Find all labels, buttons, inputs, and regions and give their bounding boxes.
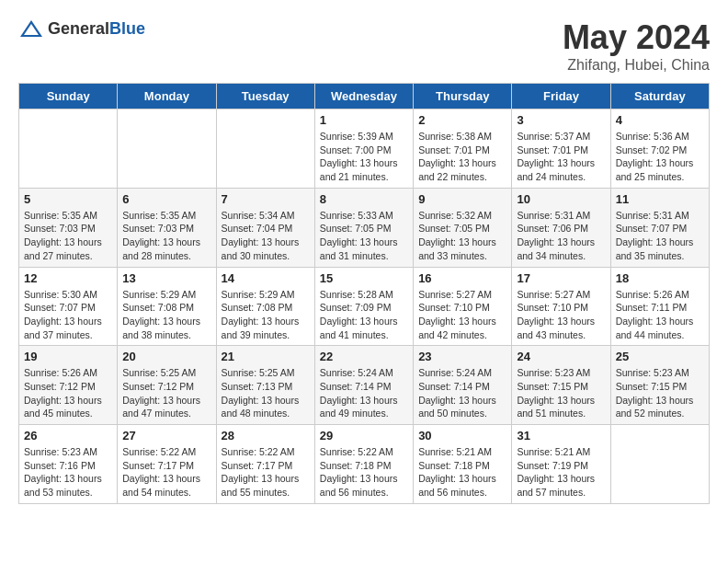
- calendar-cell: 8Sunrise: 5:33 AMSunset: 7:05 PMDaylight…: [314, 188, 413, 267]
- weekday-header: Sunday: [19, 84, 118, 109]
- day-info: Sunrise: 5:25 AMSunset: 7:12 PMDaylight:…: [122, 366, 210, 420]
- day-info: Sunrise: 5:27 AMSunset: 7:10 PMDaylight:…: [517, 288, 605, 342]
- calendar-cell: 20Sunrise: 5:25 AMSunset: 7:12 PMDayligh…: [118, 346, 216, 425]
- day-info: Sunrise: 5:23 AMSunset: 7:15 PMDaylight:…: [616, 366, 704, 420]
- day-number: 17: [517, 271, 605, 285]
- page-header: GeneralBlue May 2024 Zhifang, Hubei, Chi…: [18, 18, 710, 74]
- day-info: Sunrise: 5:36 AMSunset: 7:02 PMDaylight:…: [616, 130, 704, 184]
- day-info: Sunrise: 5:39 AMSunset: 7:00 PMDaylight:…: [320, 130, 408, 184]
- day-number: 13: [122, 271, 210, 285]
- day-number: 19: [24, 350, 112, 363]
- month-title: May 2024: [563, 18, 710, 57]
- day-number: 11: [616, 192, 704, 206]
- calendar-cell: 29Sunrise: 5:22 AMSunset: 7:18 PMDayligh…: [314, 425, 413, 504]
- calendar-week-row: 19Sunrise: 5:26 AMSunset: 7:12 PMDayligh…: [19, 346, 710, 425]
- calendar-week-row: 1Sunrise: 5:39 AMSunset: 7:00 PMDaylight…: [19, 109, 710, 189]
- logo-text-general: General: [48, 19, 109, 38]
- day-info: Sunrise: 5:25 AMSunset: 7:13 PMDaylight:…: [222, 366, 310, 420]
- day-number: 23: [418, 350, 506, 363]
- weekday-header: Friday: [512, 84, 610, 109]
- day-number: 2: [418, 113, 506, 127]
- calendar-cell: 1Sunrise: 5:39 AMSunset: 7:00 PMDaylight…: [314, 109, 413, 189]
- calendar-cell: 3Sunrise: 5:37 AMSunset: 7:01 PMDaylight…: [512, 109, 610, 189]
- day-number: 6: [122, 192, 210, 206]
- calendar-week-row: 26Sunrise: 5:23 AMSunset: 7:16 PMDayligh…: [19, 425, 710, 504]
- calendar-cell: 16Sunrise: 5:27 AMSunset: 7:10 PMDayligh…: [414, 267, 512, 346]
- calendar-cell: 28Sunrise: 5:22 AMSunset: 7:17 PMDayligh…: [216, 425, 314, 504]
- day-info: Sunrise: 5:29 AMSunset: 7:08 PMDaylight:…: [122, 288, 210, 342]
- calendar-cell: 23Sunrise: 5:24 AMSunset: 7:14 PMDayligh…: [414, 346, 512, 425]
- day-number: 5: [24, 192, 112, 206]
- day-info: Sunrise: 5:30 AMSunset: 7:07 PMDaylight:…: [24, 288, 112, 342]
- calendar-header-row: SundayMondayTuesdayWednesdayThursdayFrid…: [19, 84, 710, 109]
- day-number: 3: [517, 113, 605, 127]
- calendar-cell: 11Sunrise: 5:31 AMSunset: 7:07 PMDayligh…: [610, 188, 709, 267]
- day-number: 25: [616, 350, 704, 363]
- day-number: 29: [320, 429, 408, 442]
- calendar-cell: [118, 109, 216, 189]
- day-info: Sunrise: 5:27 AMSunset: 7:10 PMDaylight:…: [418, 288, 506, 342]
- day-number: 24: [517, 350, 605, 363]
- day-number: 1: [320, 113, 408, 127]
- calendar-cell: 18Sunrise: 5:26 AMSunset: 7:11 PMDayligh…: [610, 267, 709, 346]
- day-info: Sunrise: 5:32 AMSunset: 7:05 PMDaylight:…: [418, 209, 506, 263]
- calendar-cell: 24Sunrise: 5:23 AMSunset: 7:15 PMDayligh…: [512, 346, 610, 425]
- day-info: Sunrise: 5:22 AMSunset: 7:17 PMDaylight:…: [222, 445, 310, 500]
- day-number: 27: [122, 429, 210, 442]
- calendar-cell: 22Sunrise: 5:24 AMSunset: 7:14 PMDayligh…: [314, 346, 413, 425]
- day-info: Sunrise: 5:37 AMSunset: 7:01 PMDaylight:…: [517, 130, 605, 184]
- calendar-cell: [19, 109, 118, 189]
- day-info: Sunrise: 5:35 AMSunset: 7:03 PMDaylight:…: [24, 209, 112, 263]
- day-info: Sunrise: 5:21 AMSunset: 7:18 PMDaylight:…: [418, 445, 506, 500]
- day-info: Sunrise: 5:22 AMSunset: 7:18 PMDaylight:…: [320, 445, 408, 500]
- calendar-cell: 6Sunrise: 5:35 AMSunset: 7:03 PMDaylight…: [118, 188, 216, 267]
- day-info: Sunrise: 5:23 AMSunset: 7:16 PMDaylight:…: [24, 445, 112, 500]
- calendar-cell: 21Sunrise: 5:25 AMSunset: 7:13 PMDayligh…: [216, 346, 314, 425]
- day-number: 16: [418, 271, 506, 285]
- day-info: Sunrise: 5:29 AMSunset: 7:08 PMDaylight:…: [222, 288, 310, 342]
- day-info: Sunrise: 5:26 AMSunset: 7:12 PMDaylight:…: [24, 366, 112, 420]
- calendar-week-row: 5Sunrise: 5:35 AMSunset: 7:03 PMDaylight…: [19, 188, 710, 267]
- location-title: Zhifang, Hubei, China: [563, 57, 710, 74]
- calendar-cell: 25Sunrise: 5:23 AMSunset: 7:15 PMDayligh…: [610, 346, 709, 425]
- day-info: Sunrise: 5:34 AMSunset: 7:04 PMDaylight:…: [222, 209, 310, 263]
- day-number: 22: [320, 350, 408, 363]
- calendar-cell: 19Sunrise: 5:26 AMSunset: 7:12 PMDayligh…: [19, 346, 118, 425]
- day-number: 31: [517, 429, 605, 442]
- day-info: Sunrise: 5:22 AMSunset: 7:17 PMDaylight:…: [122, 445, 210, 500]
- calendar-cell: 7Sunrise: 5:34 AMSunset: 7:04 PMDaylight…: [216, 188, 314, 267]
- day-info: Sunrise: 5:26 AMSunset: 7:11 PMDaylight:…: [616, 288, 704, 342]
- day-info: Sunrise: 5:35 AMSunset: 7:03 PMDaylight:…: [122, 209, 210, 263]
- calendar-cell: 4Sunrise: 5:36 AMSunset: 7:02 PMDaylight…: [610, 109, 709, 189]
- calendar-cell: 27Sunrise: 5:22 AMSunset: 7:17 PMDayligh…: [118, 425, 216, 504]
- calendar-cell: 17Sunrise: 5:27 AMSunset: 7:10 PMDayligh…: [512, 267, 610, 346]
- day-number: 9: [418, 192, 506, 206]
- calendar-table: SundayMondayTuesdayWednesdayThursdayFrid…: [18, 83, 710, 504]
- calendar-cell: 5Sunrise: 5:35 AMSunset: 7:03 PMDaylight…: [19, 188, 118, 267]
- logo: GeneralBlue: [18, 18, 145, 39]
- day-number: 4: [616, 113, 704, 127]
- day-info: Sunrise: 5:31 AMSunset: 7:06 PMDaylight:…: [517, 209, 605, 263]
- logo-text-blue: Blue: [109, 19, 145, 38]
- calendar-cell: [216, 109, 314, 189]
- day-number: 14: [222, 271, 310, 285]
- calendar-cell: [610, 425, 709, 504]
- calendar-cell: 26Sunrise: 5:23 AMSunset: 7:16 PMDayligh…: [19, 425, 118, 504]
- weekday-header: Monday: [118, 84, 216, 109]
- weekday-header: Wednesday: [314, 84, 413, 109]
- day-info: Sunrise: 5:24 AMSunset: 7:14 PMDaylight:…: [418, 366, 506, 420]
- day-number: 30: [418, 429, 506, 442]
- day-info: Sunrise: 5:24 AMSunset: 7:14 PMDaylight:…: [320, 366, 408, 420]
- weekday-header: Thursday: [414, 84, 512, 109]
- calendar-cell: 14Sunrise: 5:29 AMSunset: 7:08 PMDayligh…: [216, 267, 314, 346]
- day-number: 28: [222, 429, 310, 442]
- day-number: 20: [122, 350, 210, 363]
- day-info: Sunrise: 5:21 AMSunset: 7:19 PMDaylight:…: [517, 445, 605, 500]
- logo-icon: [18, 18, 44, 39]
- day-info: Sunrise: 5:31 AMSunset: 7:07 PMDaylight:…: [616, 209, 704, 263]
- calendar-cell: 9Sunrise: 5:32 AMSunset: 7:05 PMDaylight…: [414, 188, 512, 267]
- day-number: 15: [320, 271, 408, 285]
- day-number: 7: [222, 192, 310, 206]
- calendar-week-row: 12Sunrise: 5:30 AMSunset: 7:07 PMDayligh…: [19, 267, 710, 346]
- calendar-cell: 13Sunrise: 5:29 AMSunset: 7:08 PMDayligh…: [118, 267, 216, 346]
